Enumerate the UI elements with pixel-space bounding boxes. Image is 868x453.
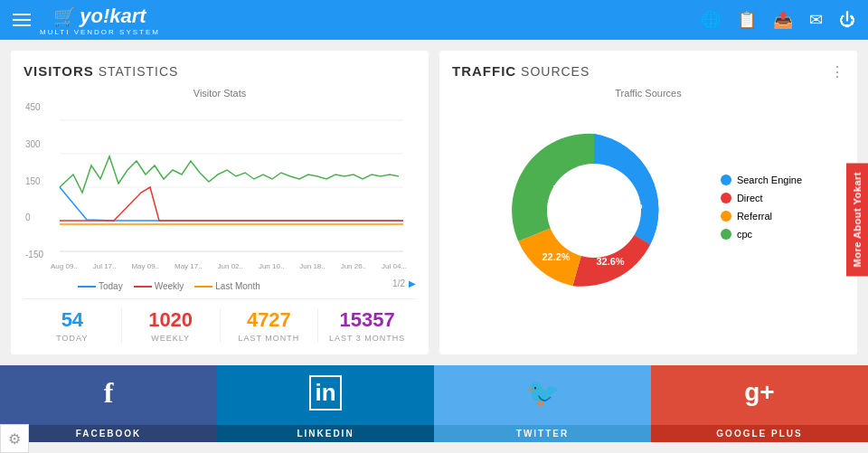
legend-lastmonth: Last Month bbox=[194, 281, 259, 291]
x-axis: Aug 09.. Jul 17.. May 09.. May 17.. Jun … bbox=[51, 262, 407, 270]
stat-today: 54 TODAY bbox=[24, 308, 122, 343]
visitor-chart bbox=[51, 102, 412, 256]
traffic-menu-button[interactable]: ⋮ bbox=[830, 63, 844, 80]
donut-legend: Search Engine Direct Referral cpc bbox=[721, 175, 802, 247]
chart-title: Visitor Stats bbox=[24, 88, 416, 99]
upload-icon[interactable]: 📤 bbox=[773, 10, 793, 30]
linkedin-button[interactable]: in LINKEDIN bbox=[217, 365, 434, 442]
chart-legend-row: Today Weekly Last Month 1/2 ▶ bbox=[51, 276, 416, 291]
visitors-card: VISITORS STATISTICS Visitor Stats 450 30… bbox=[11, 51, 429, 354]
logo-sub: MULTI VENDOR SYSTEM bbox=[40, 28, 160, 36]
linkedin-icon: in bbox=[309, 375, 341, 411]
linkedin-icon-area: in bbox=[217, 365, 434, 420]
googleplus-button[interactable]: g+ GOOGLE PLUS bbox=[651, 365, 868, 442]
twitter-icon-area: 🐦 bbox=[434, 365, 651, 420]
facebook-icon: f bbox=[104, 376, 114, 410]
legend-today: Today bbox=[78, 281, 123, 291]
googleplus-label: GOOGLE PLUS bbox=[651, 425, 868, 442]
donut-chart: 37.9% 32.6% 22.2% 7.3% bbox=[495, 111, 693, 310]
chart-legend: Today Weekly Last Month bbox=[78, 281, 260, 291]
visitors-title-normal: STATISTICS bbox=[94, 64, 179, 79]
svg-point-5 bbox=[547, 164, 641, 258]
globe-icon[interactable]: 🌐 bbox=[701, 10, 721, 30]
stats-row: 54 TODAY 1020 WEEKLY 4727 LAST MONTH 153… bbox=[24, 298, 416, 343]
page-indicator: 1/2 ▶ bbox=[392, 278, 416, 288]
y-axis: 450 300 150 0 -150 bbox=[25, 102, 43, 260]
legend-weekly: Weekly bbox=[134, 281, 184, 291]
traffic-title-bold: TRAFFIC bbox=[452, 63, 516, 79]
svg-text:22.2%: 22.2% bbox=[542, 251, 570, 262]
traffic-chart-title: Traffic Sources bbox=[452, 88, 844, 99]
gear-icon: ⚙ bbox=[8, 430, 21, 448]
side-tab[interactable]: More About Yokart bbox=[846, 163, 868, 276]
twitter-label: TWITTER bbox=[434, 425, 651, 442]
header: 🛒 yo!kart MULTI VENDOR SYSTEM 🌐 📋 📤 ✉ ⏻ bbox=[0, 0, 868, 40]
stat-weekly: 1020 WEEKLY bbox=[122, 308, 221, 343]
stat-3months: 15357 LAST 3 MONTHS bbox=[318, 308, 416, 343]
mail-icon[interactable]: ✉ bbox=[809, 10, 823, 30]
power-icon[interactable]: ⏻ bbox=[839, 11, 855, 30]
svg-text:7.3%: 7.3% bbox=[553, 184, 574, 194]
facebook-label: FACEBOOK bbox=[0, 425, 217, 442]
clipboard-icon[interactable]: 📋 bbox=[737, 10, 757, 30]
header-left: 🛒 yo!kart MULTI VENDOR SYSTEM bbox=[13, 5, 160, 36]
svg-text:37.9%: 37.9% bbox=[614, 200, 642, 211]
header-right: 🌐 📋 📤 ✉ ⏻ bbox=[701, 10, 855, 30]
legend-cpc: cpc bbox=[721, 229, 802, 240]
settings-gear[interactable]: ⚙ bbox=[0, 424, 29, 453]
logo: 🛒 yo!kart MULTI VENDOR SYSTEM bbox=[40, 5, 160, 36]
linkedin-label: LINKEDIN bbox=[217, 425, 434, 442]
main-content: VISITORS STATISTICS Visitor Stats 450 30… bbox=[0, 40, 868, 365]
social-footer: f FACEBOOK in LINKEDIN 🐦 TWITTER g+ GOOG… bbox=[0, 365, 868, 442]
legend-direct: Direct bbox=[721, 193, 802, 203]
traffic-title: TRAFFIC SOURCES bbox=[452, 63, 844, 79]
visitors-title-bold: VISITORS bbox=[24, 63, 94, 79]
twitter-icon: 🐦 bbox=[526, 377, 560, 409]
facebook-button[interactable]: f FACEBOOK bbox=[0, 365, 217, 442]
legend-search: Search Engine bbox=[721, 175, 802, 185]
legend-referral: Referral bbox=[721, 211, 802, 222]
stat-lastmonth: 4727 LAST MONTH bbox=[221, 308, 319, 343]
donut-container: 37.9% 32.6% 22.2% 7.3% Search Engine Dir… bbox=[452, 102, 844, 319]
traffic-title-normal: SOURCES bbox=[516, 64, 590, 79]
menu-button[interactable] bbox=[13, 14, 31, 26]
googleplus-icon-area: g+ bbox=[651, 365, 868, 420]
traffic-card: TRAFFIC SOURCES ⋮ Traffic Sources bbox=[439, 51, 857, 354]
twitter-button[interactable]: 🐦 TWITTER bbox=[434, 365, 651, 442]
facebook-icon-area: f bbox=[0, 365, 217, 420]
svg-text:32.6%: 32.6% bbox=[596, 256, 624, 267]
visitors-title: VISITORS STATISTICS bbox=[24, 63, 416, 79]
googleplus-icon: g+ bbox=[744, 378, 774, 407]
logo-text: yo!kart bbox=[80, 5, 146, 28]
